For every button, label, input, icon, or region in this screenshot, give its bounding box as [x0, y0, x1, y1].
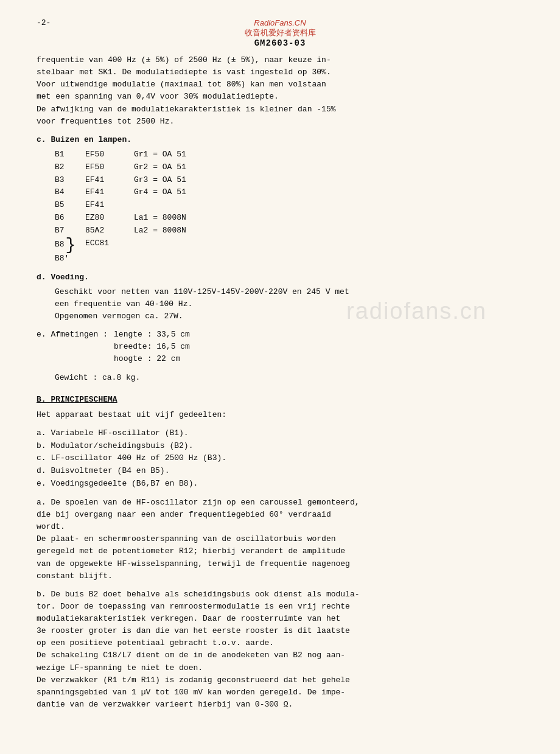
- comp-id: B4: [55, 186, 85, 199]
- comp-id: B1: [55, 148, 85, 161]
- comp-type: EF50: [85, 161, 134, 174]
- model-number: GM2603-03: [37, 38, 523, 48]
- comp-type: EF41: [85, 199, 134, 212]
- section-b-intro: Het apparaat bestaat uit vijf gedeelten:: [37, 409, 523, 421]
- comp-type: EF50: [85, 148, 134, 161]
- section-d-label: d. Voeding.: [37, 271, 523, 284]
- comp-eq: La2 = 8008N: [134, 225, 231, 237]
- list-item: a. Variabele HF-oscillator (B1).: [37, 427, 523, 440]
- section-c-label: c. Buizen en lampen.: [37, 134, 523, 146]
- table-row: B3 EF41 Gr3 = OA 51: [55, 174, 523, 187]
- list-item: c. LF-oscillator 400 Hz of 2500 Hz (B3).: [37, 452, 523, 465]
- section-e-row: e. Afmetingen : lengte : 33,5 cm breedte…: [37, 329, 523, 365]
- table-row: B8 } ECC81: [55, 237, 523, 253]
- comp-type: 85A2: [85, 225, 134, 237]
- table-row: B8': [55, 253, 523, 265]
- section-b-heading: B. PRINCIPESCHEMA: [37, 395, 523, 404]
- section-b-list: a. Variabele HF-oscillator (B1). b. Modu…: [37, 427, 523, 490]
- comp-eq: [134, 199, 231, 212]
- table-row: B7 85A2 La2 = 8008N: [55, 225, 523, 237]
- page-number: -2-: [37, 18, 51, 27]
- gewicht: Gewicht : ca.8 kg.: [55, 372, 523, 384]
- comp-type: EZ80: [85, 212, 134, 225]
- intro-paragraph: frequentie van 400 Hz (± 5%) of 2500 Hz …: [37, 54, 523, 128]
- list-item: b. Modulator/scheidingsbuis (B2).: [37, 440, 523, 453]
- section-b-body: b. De buis B2 doet behalve als scheiding…: [37, 588, 523, 711]
- comp-id: B8 }: [55, 237, 85, 253]
- comp-type: ECC81: [85, 237, 134, 253]
- main-content: frequentie van 400 Hz (± 5%) of 2500 Hz …: [37, 54, 523, 711]
- comp-id: B6: [55, 212, 85, 225]
- table-row: B4 EF41 Gr4 = OA 51: [55, 186, 523, 199]
- list-item: e. Voedingsgedeelte (B6,B7 en B8).: [37, 478, 523, 490]
- page: -2- RadioFans.CN 收音机爱好者资料库 GM2603-03 fre…: [0, 0, 560, 754]
- comp-eq: [134, 237, 231, 253]
- e-breedte: breedte: 16,5 cm: [114, 341, 190, 353]
- table-row: B1 EF50 Gr1 = OA 51: [55, 148, 523, 161]
- comp-id: B2: [55, 161, 85, 174]
- comp-eq: [134, 253, 231, 265]
- section-c: c. Buizen en lampen. B1 EF50 Gr1 = OA 51…: [37, 134, 523, 265]
- comp-eq: La1 = 8008N: [134, 212, 231, 225]
- component-table: B1 EF50 Gr1 = OA 51 B2 EF50 Gr2 = OA 51 …: [55, 148, 523, 265]
- section-e-label: e. Afmetingen :: [37, 329, 108, 365]
- table-row: B6 EZ80 La1 = 8008N: [55, 212, 523, 225]
- section-e: e. Afmetingen : lengte : 33,5 cm breedte…: [37, 329, 523, 365]
- site-name: RadioFans.CN: [37, 18, 523, 27]
- section-d: d. Voeding. Geschikt voor netten van 110…: [37, 271, 523, 323]
- page-header: RadioFans.CN 收音机爱好者资料库 GM2603-03: [37, 18, 523, 48]
- comp-id: B3: [55, 174, 85, 187]
- table-row: B2 EF50 Gr2 = OA 51: [55, 161, 523, 174]
- e-hoogte: hoogte : 22 cm: [114, 353, 190, 365]
- section-d-text: Geschikt voor netten van 110V-125V-145V-…: [55, 286, 523, 323]
- list-item: d. Buisvoltmeter (B4 en B5).: [37, 465, 523, 478]
- comp-eq: Gr2 = OA 51: [134, 161, 231, 174]
- comp-id: B8': [55, 253, 85, 265]
- comp-type: EF41: [85, 186, 134, 199]
- section-a-body: a. De spoelen van de HF-oscillator zijn …: [37, 497, 523, 582]
- section-e-measurements: lengte : 33,5 cm breedte: 16,5 cm hoogte…: [114, 329, 190, 365]
- e-lengte: lengte : 33,5 cm: [114, 329, 190, 341]
- comp-eq: Gr1 = OA 51: [134, 148, 231, 161]
- site-subtitle: 收音机爱好者资料库: [37, 27, 523, 38]
- comp-id: B5: [55, 199, 85, 212]
- comp-eq: Gr3 = OA 51: [134, 174, 231, 187]
- table-row: B5 EF41: [55, 199, 523, 212]
- comp-type: [85, 253, 134, 265]
- comp-type: EF41: [85, 174, 134, 187]
- comp-eq: Gr4 = OA 51: [134, 186, 231, 199]
